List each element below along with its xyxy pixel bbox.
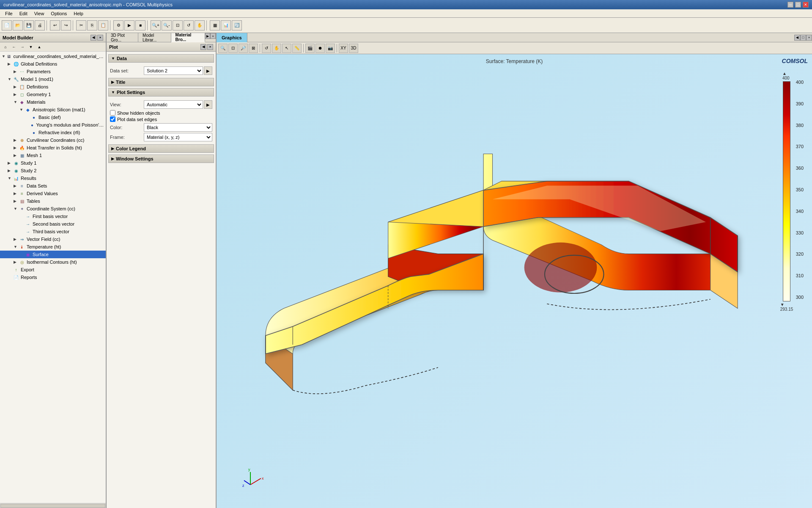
tree-arrow-tables[interactable]: ▶	[14, 199, 19, 203]
mb-up-btn[interactable]: ←	[10, 43, 18, 51]
maximize-button[interactable]: □	[795, 2, 801, 8]
menu-help[interactable]: Help	[70, 9, 87, 18]
g-measure[interactable]: 📏	[292, 44, 302, 53]
toolbar-settings[interactable]: ⚙	[113, 20, 123, 30]
canvas-area[interactable]: Surface: Temperature (K) COMSOL	[217, 54, 812, 508]
tree-item-aniso-silicon[interactable]: ▼◆Anisotropic Silicon (mat1)	[0, 106, 106, 113]
tree-arrow-curvilinear[interactable]: ▶	[14, 138, 19, 142]
toolbar-rotate[interactable]: ↺	[184, 20, 194, 30]
g-zoom-out[interactable]: 🔎	[239, 44, 248, 53]
plot-settings-section-header[interactable]: ▼ Plot Settings	[108, 88, 214, 97]
tab-3d-plot[interactable]: 3D Plot Gro...	[107, 33, 138, 42]
panel-collapse-btn[interactable]: ◀	[91, 35, 96, 41]
dataset-select[interactable]: Solution 2	[144, 66, 203, 75]
tree-arrow-aniso-silicon[interactable]: ▼	[19, 108, 25, 112]
toolbar-fit[interactable]: ⊡	[173, 20, 183, 30]
color-select[interactable]: Black White Red	[144, 123, 212, 132]
tree-arrow-vector-field[interactable]: ▶	[14, 237, 19, 241]
tree-item-youngs[interactable]: ●Young's modulus and Poisson's ratio (Er…	[0, 121, 106, 129]
g-pan[interactable]: ✋	[272, 44, 281, 53]
g-record[interactable]: ⏺	[315, 44, 325, 53]
view-btn[interactable]: ▶	[204, 100, 212, 109]
tree-item-first-basis[interactable]: →First basis vector	[0, 213, 106, 220]
graphics-collapse[interactable]: ◀	[794, 35, 800, 41]
view-select[interactable]: Automatic	[144, 100, 203, 109]
tree-item-coord-sys[interactable]: ▼✦Coordinate System (cc)	[0, 205, 106, 213]
toolbar-zoom-out[interactable]: 🔍-	[162, 20, 172, 30]
tree-arrow-parameters[interactable]: ▶	[14, 69, 19, 74]
tree-item-global-def[interactable]: ▶🌐Global Definitions	[0, 60, 106, 68]
tree-item-surface[interactable]: ◼Surface	[0, 251, 106, 258]
tree-item-materials[interactable]: ▼◆Materials	[0, 98, 106, 106]
middle-collapse[interactable]: ▶	[205, 33, 211, 39]
toolbar-plot[interactable]: 📊	[221, 20, 231, 30]
toolbar-update[interactable]: 🔄	[232, 20, 242, 30]
tree-arrow-geometry1[interactable]: ▶	[14, 92, 19, 97]
tree-arrow-heat-transfer[interactable]: ▶	[14, 146, 19, 150]
mb-expand-btn[interactable]: ▼	[27, 43, 35, 51]
tree-item-data-sets[interactable]: ▶≡Data Sets	[0, 182, 106, 190]
tree-arrow-study2[interactable]: ▶	[8, 168, 13, 173]
tree-item-refractive[interactable]: ●Refractive index (rfi)	[0, 129, 106, 136]
g-fit[interactable]: ⊠	[249, 44, 258, 53]
tree-item-derived-vals[interactable]: ▶≡Derived Values	[0, 190, 106, 197]
toolbar-print[interactable]: 🖨	[35, 20, 45, 30]
tree-arrow-data-sets[interactable]: ▶	[14, 184, 19, 188]
tree-item-vector-field[interactable]: ▶⇒Vector Field (cc)	[0, 235, 106, 243]
tree-item-study1[interactable]: ▶◉Study 1	[0, 159, 106, 167]
toolbar-mesh[interactable]: ▦	[210, 20, 220, 30]
g-view-xy[interactable]: XY	[339, 44, 348, 53]
tree-item-tables[interactable]: ▶▤Tables	[0, 197, 106, 205]
tree-arrow-global-def[interactable]: ▶	[8, 62, 13, 66]
toolbar-run[interactable]: ▶	[124, 20, 134, 30]
tree-arrow-model1[interactable]: ▼	[8, 77, 13, 81]
minimize-button[interactable]: ─	[787, 2, 793, 8]
toolbar-save[interactable]: 💾	[24, 20, 34, 30]
close-button[interactable]: ✕	[803, 2, 809, 8]
toolbar-redo[interactable]: ↪	[61, 20, 71, 30]
tree-item-parameters[interactable]: ▶⋯Parameters	[0, 68, 106, 75]
tree-item-curvilinear[interactable]: ▶⊕Curvilinear Coordinates (cc)	[0, 136, 106, 144]
dataset-btn[interactable]: ▶	[204, 66, 212, 75]
title-section-header[interactable]: ▶ Title	[108, 78, 214, 86]
tree-item-export[interactable]: ↑Export	[0, 266, 106, 273]
g-zoom-box[interactable]: ⊡	[228, 44, 238, 53]
tree-item-geometry1[interactable]: ▶◻Geometry 1	[0, 91, 106, 98]
tree-item-third-basis[interactable]: →Third basis vector	[0, 228, 106, 235]
g-view-3d[interactable]: 3D	[349, 44, 358, 53]
g-rotate[interactable]: ↺	[262, 44, 271, 53]
mb-collapse-btn[interactable]: ▲	[36, 43, 43, 51]
plot-edges-checkbox[interactable]	[110, 116, 115, 122]
graphics-main[interactable]: Surface: Temperature (K) COMSOL	[217, 54, 812, 508]
panel-expand-btn[interactable]: ×	[97, 35, 103, 41]
graphics-expand[interactable]: □	[800, 35, 806, 41]
tree-item-second-basis[interactable]: →Second basis vector	[0, 220, 106, 228]
frame-select[interactable]: Material (x, y, z) Spatial	[144, 133, 212, 141]
tree-arrow-definitions[interactable]: ▶	[14, 85, 19, 89]
g-zoom-in[interactable]: 🔍	[218, 44, 228, 53]
tree-hscrollbar[interactable]	[0, 503, 106, 508]
graphics-close[interactable]: ×	[806, 35, 812, 41]
tree-arrow-isothermal[interactable]: ▶	[14, 260, 19, 264]
g-select[interactable]: ↖	[282, 44, 291, 53]
menu-view[interactable]: View	[31, 9, 48, 18]
tree-arrow-coord-sys[interactable]: ▼	[14, 207, 19, 211]
tree-arrow-mesh1[interactable]: ▶	[14, 153, 19, 157]
window-settings-section-header[interactable]: ▶ Window Settings	[108, 155, 214, 163]
plot-close[interactable]: ×	[207, 44, 213, 50]
data-section-header[interactable]: ▼ Data	[108, 54, 214, 63]
tree-item-root[interactable]: ▼🖥curvilinear_coordinates_solved_materia…	[0, 52, 106, 60]
tree-item-basic[interactable]: ●Basic (def)	[0, 113, 106, 121]
tree-item-mesh1[interactable]: ▶▦Mesh 1	[0, 152, 106, 159]
mb-home-btn[interactable]: ⌂	[2, 43, 9, 51]
tab-model-library[interactable]: Model Librar...	[138, 33, 171, 42]
tree-arrow-root[interactable]: ▼	[2, 54, 6, 58]
tree-arrow-materials[interactable]: ▼	[14, 100, 19, 104]
menu-edit[interactable]: Edit	[16, 9, 31, 18]
toolbar-open[interactable]: 📂	[13, 20, 23, 30]
tree-item-temperature[interactable]: ▼🌡Temperature (ht)	[0, 243, 106, 251]
g-scene[interactable]: 🎬	[305, 44, 315, 53]
tree-arrow-temperature[interactable]: ▼	[14, 245, 19, 249]
tree-item-study2[interactable]: ▶◉Study 2	[0, 167, 106, 174]
tree-item-reports[interactable]: 📄Reports	[0, 273, 106, 281]
